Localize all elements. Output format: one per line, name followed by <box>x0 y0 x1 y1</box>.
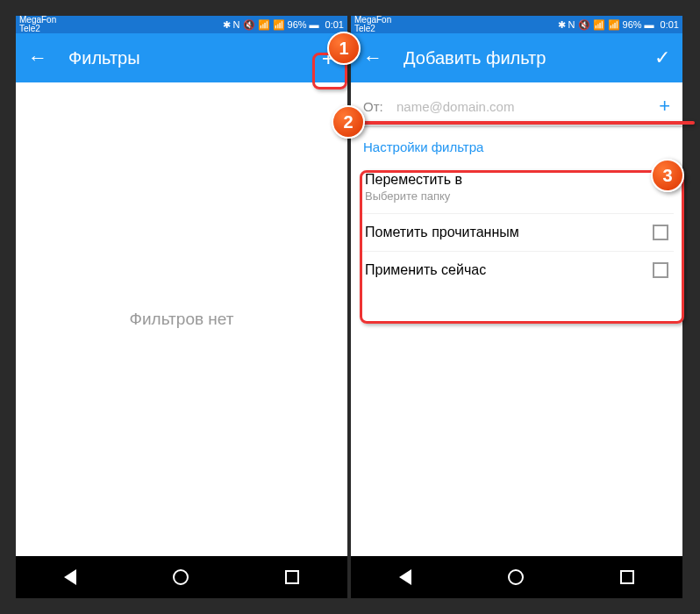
from-input[interactable] <box>396 99 659 114</box>
annotation-callout: 3 <box>651 159 684 192</box>
nav-home-icon[interactable] <box>173 569 189 585</box>
from-label: От: <box>363 99 396 114</box>
status-bar: MegaFon Tele2 ✱ N 🔇 📶 📶 96% ▬ 0:01 <box>16 16 347 33</box>
from-field-row: От: + <box>351 82 682 127</box>
clock: 0:01 <box>661 19 679 30</box>
nfc-icon: N <box>568 19 575 30</box>
back-icon[interactable]: ← <box>363 46 382 69</box>
filter-settings: Переместить в Выберите папку Пометить пр… <box>360 161 674 289</box>
move-to-title: Переместить в <box>365 172 668 188</box>
battery-icon: ▬ <box>310 19 319 30</box>
nav-home-icon[interactable] <box>508 569 524 585</box>
signal-icon: 📶 <box>608 19 620 31</box>
carrier-label: MegaFon Tele2 <box>354 16 391 33</box>
add-sender-button[interactable]: + <box>659 95 670 118</box>
bluetooth-icon: ✱ <box>223 19 231 31</box>
bluetooth-icon: ✱ <box>558 19 566 31</box>
signal-icon: 📶 <box>593 19 605 31</box>
confirm-button[interactable]: ✓ <box>654 46 670 69</box>
empty-state-text: Фильтров нет <box>130 310 234 329</box>
carrier-label: MegaFon Tele2 <box>19 16 56 33</box>
section-header: Настройки фильтра <box>351 127 682 161</box>
content-area: От: + Настройки фильтра Переместить в Вы… <box>351 82 682 556</box>
nav-bar <box>16 556 347 598</box>
phone-left: MegaFon Tele2 ✱ N 🔇 📶 📶 96% ▬ 0:01 ← Фил… <box>16 16 347 598</box>
mark-read-title: Пометить прочитанным <box>365 225 653 240</box>
status-icons: ✱ N 🔇 📶 📶 96% ▬ 0:01 <box>56 19 344 31</box>
app-bar: ← Добавить фильтр ✓ <box>351 33 682 82</box>
nav-recent-icon[interactable] <box>285 570 299 584</box>
mute-icon: 🔇 <box>578 19 590 31</box>
status-bar: MegaFon Tele2 ✱ N 🔇 📶 📶 96% ▬ 0:01 <box>351 16 682 33</box>
battery-text: 96% <box>623 19 642 30</box>
apply-now-checkbox[interactable] <box>653 262 668 278</box>
back-icon[interactable]: ← <box>28 46 47 69</box>
mark-read-checkbox[interactable] <box>653 225 668 240</box>
phone-right: MegaFon Tele2 ✱ N 🔇 📶 📶 96% ▬ 0:01 ← Доб… <box>351 16 682 598</box>
nav-back-icon[interactable] <box>399 569 411 585</box>
page-title: Добавить фильтр <box>404 48 654 68</box>
app-bar: ← Фильтры + <box>16 33 347 82</box>
status-icons: ✱ N 🔇 📶 📶 96% ▬ 0:01 <box>391 19 679 31</box>
signal-icon: 📶 <box>273 19 285 31</box>
mute-icon: 🔇 <box>243 19 255 31</box>
clock: 0:01 <box>325 19 344 30</box>
annotation-callout: 2 <box>332 105 365 139</box>
move-to-subtitle: Выберите папку <box>365 189 668 203</box>
annotation-callout: 1 <box>327 32 361 65</box>
nav-bar <box>351 556 682 598</box>
apply-now-title: Применить сейчас <box>365 262 653 278</box>
battery-text: 96% <box>288 19 307 30</box>
nav-back-icon[interactable] <box>64 569 76 585</box>
nav-recent-icon[interactable] <box>620 570 634 584</box>
content-area: Фильтров нет <box>16 82 347 556</box>
nfc-icon: N <box>233 19 240 30</box>
mark-read-row[interactable]: Пометить прочитанным <box>360 214 674 252</box>
page-title: Фильтры <box>68 48 322 68</box>
apply-now-row[interactable]: Применить сейчас <box>360 252 674 289</box>
move-to-row[interactable]: Переместить в Выберите папку <box>360 161 674 214</box>
battery-icon: ▬ <box>645 19 654 30</box>
signal-icon: 📶 <box>258 19 270 31</box>
